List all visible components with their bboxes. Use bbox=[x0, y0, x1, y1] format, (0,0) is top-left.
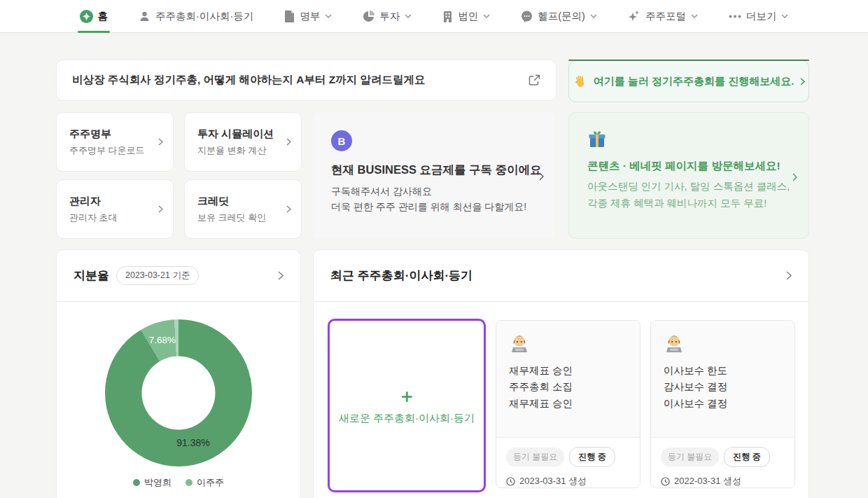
building-icon bbox=[442, 11, 453, 22]
pie-chart-icon bbox=[363, 11, 374, 22]
agenda-line: 이사보수 한도 bbox=[664, 363, 794, 379]
subscription-plan-card[interactable]: B 현재 BUSINESS 요금제를 구독 중이에요 구독해주셔서 감사해요 더… bbox=[313, 112, 555, 239]
legend-item: 이주주 bbox=[186, 476, 224, 489]
chevron-right-icon[interactable] bbox=[278, 271, 284, 280]
quick-card-subtitle: 지분율 변화 계산 bbox=[197, 144, 286, 157]
chevron-down-icon bbox=[405, 14, 412, 18]
technologist-emoji-icon bbox=[664, 333, 794, 354]
quick-card-subtitle: 보유 크레딧 확인 bbox=[197, 212, 286, 224]
gift-icon bbox=[587, 130, 796, 149]
plan-card-line1: 구독해주셔서 감사해요 bbox=[331, 184, 542, 199]
nav-label: 법인 bbox=[458, 10, 478, 23]
agm-cta-text: 여기를 눌러 정기주주총회를 진행해보세요. bbox=[594, 75, 794, 88]
quick-card-title: 관리자 bbox=[69, 195, 158, 208]
quick-card-investment-simulation[interactable]: 투자 시뮬레이션 지분율 변화 계산 bbox=[184, 112, 302, 172]
external-link-icon bbox=[528, 74, 540, 86]
as-of-date-badge: 2023-03-21 기준 bbox=[116, 266, 199, 285]
legend-item: 박영희 bbox=[133, 476, 172, 489]
new-meeting-card[interactable]: ＋ 새로운 주주총회·이사회·등기 bbox=[328, 319, 486, 492]
agenda-line: 주주총회 소집 bbox=[509, 379, 640, 395]
active-tab-underline bbox=[78, 31, 110, 33]
technologist-emoji-icon bbox=[509, 333, 640, 354]
nav-tab-investment[interactable]: 투자 bbox=[363, 0, 412, 33]
nav-tab-home[interactable]: 홈 bbox=[80, 0, 108, 33]
bottom-row: 지분율 2023-03-21 기준 7.68% 91.38% 박영희 bbox=[56, 249, 809, 498]
nav-label: 투자 bbox=[379, 10, 400, 23]
chevron-down-icon bbox=[590, 14, 597, 18]
notice-banner-text: 비상장 주식회사 정기주총, 어떻게 해야하는지 A부터 Z까지 알려드릴게요 bbox=[72, 73, 528, 88]
in-progress-badge: 진행 중 bbox=[724, 447, 769, 467]
plan-card-line2: 더욱 편한 주주 관리를 위해 최선을 다할게요! bbox=[331, 201, 542, 214]
ownership-card: 지분율 2023-03-21 기준 7.68% 91.38% 박영희 bbox=[56, 249, 301, 498]
chevron-down-icon bbox=[781, 14, 788, 18]
ownership-card-header: 지분율 2023-03-21 기준 bbox=[57, 250, 300, 302]
nav-tab-roster[interactable]: 명부 bbox=[284, 0, 332, 33]
registration-not-required-badge: 등기 불필요 bbox=[506, 448, 564, 466]
chevron-right-icon bbox=[286, 205, 291, 213]
agenda-line: 재무제표 승인 bbox=[509, 363, 640, 379]
meeting-card[interactable]: 재무제표 승인 주주총회 소집 재무제표 승인 등기 불필요 진행 중 bbox=[496, 320, 640, 488]
ownership-donut-chart: 7.68% 91.38% 박영희 이주주 bbox=[57, 302, 300, 489]
chevron-right-icon bbox=[792, 173, 797, 181]
benefit-card-title: 콘텐츠 · 베네핏 페이지를 방문해보세요! bbox=[587, 159, 796, 174]
clapping-hands-icon bbox=[573, 74, 587, 89]
legend-dot bbox=[133, 479, 140, 486]
benefit-card-line1: 아웃스탠딩 인기 기사, 탈잉 스톡옵션 클래스, bbox=[587, 179, 796, 195]
nav-tab-shareholder-portal[interactable]: 주주포털 bbox=[628, 0, 698, 33]
benefit-content-card[interactable]: 콘텐츠 · 베네핏 페이지를 방문해보세요! 아웃스탠딩 인기 기사, 탈잉 스… bbox=[568, 112, 809, 239]
agenda-line: 감사보수 결정 bbox=[664, 379, 794, 395]
clock-icon bbox=[506, 477, 515, 486]
chevron-right-icon bbox=[158, 138, 163, 146]
nav-tab-help[interactable]: 헬프(문의) bbox=[521, 0, 597, 33]
recent-meetings-title: 최근 주주총회·이사회·등기 bbox=[330, 268, 472, 284]
donut-chart: 7.68% 91.38% bbox=[105, 319, 252, 466]
created-date: 2023-03-31 생성 bbox=[519, 475, 587, 487]
benefit-card-line2: 각종 제휴 혜택과 웨비나까지 모두 무료! bbox=[587, 197, 796, 210]
nav-label: 홈 bbox=[98, 10, 108, 23]
recent-meetings-card: 최근 주주총회·이사회·등기 ＋ 새로운 주주총회·이사회·등기 bbox=[313, 249, 809, 498]
banner-row: 비상장 주식회사 정기주총, 어떻게 해야하는지 A부터 Z까지 알려드릴게요 … bbox=[56, 60, 809, 102]
quick-card-title: 주주명부 bbox=[69, 127, 158, 141]
registration-not-required-badge: 등기 불필요 bbox=[661, 448, 719, 466]
nav-tab-meetings[interactable]: 주주총회·이사회·등기 bbox=[139, 0, 253, 33]
chevron-down-icon bbox=[325, 14, 332, 18]
chevron-right-icon bbox=[539, 172, 544, 181]
agm-cta-banner[interactable]: 여기를 눌러 정기주주총회를 진행해보세요. bbox=[568, 60, 809, 102]
quick-card-credits[interactable]: 크레딧 보유 크레딧 확인 bbox=[184, 179, 302, 239]
chevron-right-icon bbox=[158, 205, 163, 213]
nav-label: 더보기 bbox=[746, 10, 777, 23]
donut-hole bbox=[142, 357, 216, 430]
document-icon bbox=[284, 11, 295, 22]
legend-label: 박영희 bbox=[144, 476, 172, 489]
cards-row: 주주명부 주주명부 다운로드 투자 시뮬레이션 지분율 변화 계산 관리 bbox=[56, 112, 809, 239]
agenda-line: 이사보수 결정 bbox=[664, 396, 794, 412]
quick-card-subtitle: 주주명부 다운로드 bbox=[69, 144, 158, 157]
nav-tab-corporation[interactable]: 법인 bbox=[442, 0, 490, 33]
plus-icon: ＋ bbox=[398, 387, 416, 405]
donut-legend: 박영희 이주주 bbox=[133, 476, 224, 489]
business-plan-badge: B bbox=[331, 130, 352, 151]
person-icon bbox=[139, 11, 150, 22]
chat-bubble-icon bbox=[521, 11, 533, 22]
nav-label: 명부 bbox=[300, 10, 320, 23]
recent-meetings-header: 최근 주주총회·이사회·등기 bbox=[314, 250, 808, 302]
meeting-card[interactable]: 이사보수 한도 감사보수 결정 이사보수 결정 등기 불필요 진행 중 bbox=[650, 320, 795, 488]
cta-top-accent-line bbox=[568, 60, 809, 61]
chevron-right-icon bbox=[800, 78, 805, 85]
clock-icon bbox=[661, 477, 670, 486]
quick-cards-grid: 주주명부 주주명부 다운로드 투자 시뮬레이션 지분율 변화 계산 관리 bbox=[56, 112, 302, 239]
nav-label: 헬프(문의) bbox=[538, 10, 585, 23]
sparkles-icon bbox=[628, 10, 640, 22]
notice-banner[interactable]: 비상장 주식회사 정기주총, 어떻게 해야하는지 A부터 Z까지 알려드릴게요 bbox=[56, 60, 556, 101]
legend-label: 이주주 bbox=[197, 476, 224, 489]
quick-card-shareholder-roster[interactable]: 주주명부 주주명부 다운로드 bbox=[56, 112, 174, 172]
donut-label-secondary: 7.68% bbox=[149, 335, 176, 345]
in-progress-badge: 진행 중 bbox=[569, 447, 615, 467]
quick-card-admin[interactable]: 관리자 관리자 초대 bbox=[56, 179, 174, 239]
ellipsis-icon bbox=[729, 15, 741, 18]
nav-tab-more[interactable]: 더보기 bbox=[729, 0, 789, 33]
ownership-title: 지분율 bbox=[74, 268, 109, 284]
chevron-right-icon[interactable] bbox=[786, 271, 792, 280]
nav-label: 주주총회·이사회·등기 bbox=[155, 10, 253, 23]
legend-dot bbox=[186, 479, 192, 486]
